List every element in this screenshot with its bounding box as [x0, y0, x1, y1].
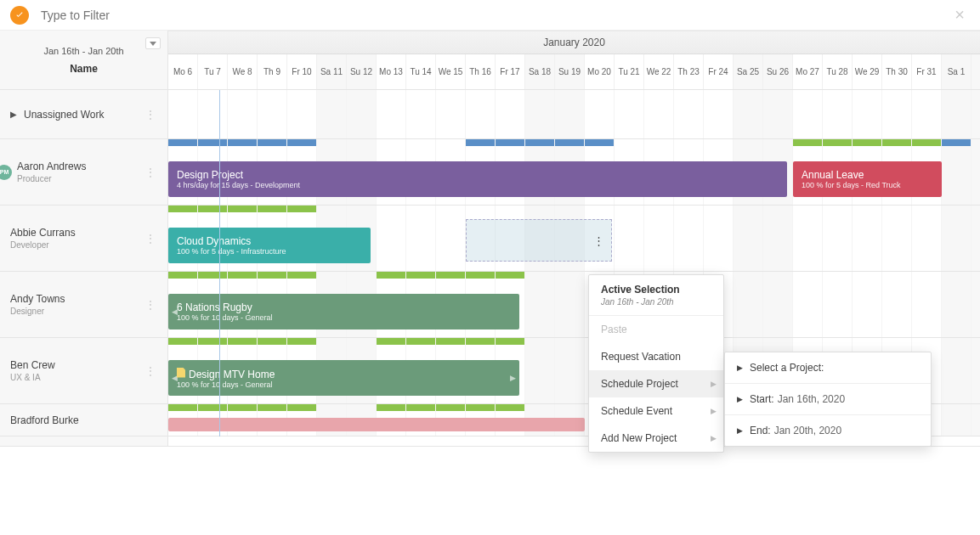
note-icon	[177, 368, 185, 378]
row-menu-icon[interactable]: ⋮	[141, 104, 159, 125]
resource-row[interactable]: Ben Crew UX & IA ⋮	[0, 338, 167, 404]
resource-row[interactable]: PM Aaron Andrews Producer ⋮	[0, 139, 167, 206]
context-menu: Active Selection Jan 16th - Jan 20th Pas…	[588, 274, 724, 453]
left-header: Jan 16th - Jan 20th Name	[0, 31, 167, 90]
resource-row[interactable]: Andy Towns Designer ⋮	[0, 272, 167, 338]
day-header-cell: We 15	[436, 54, 466, 89]
menu-item-paste: Paste	[589, 316, 723, 343]
day-header-cell: Su 26	[763, 54, 793, 89]
menu-item-request-vacation[interactable]: Request Vacation	[589, 343, 723, 370]
task-bar-design-project[interactable]: Design Project 4 hrs/day for 15 days - D…	[168, 161, 787, 197]
task-bar-design-mtv-home[interactable]: ◀ Design MTV Home 100 % for 10 days - Ge…	[168, 360, 519, 396]
row-menu-icon[interactable]: ⋮	[141, 295, 159, 315]
resource-row[interactable]: Abbie Currans Developer ⋮	[0, 206, 167, 272]
selection-overlay[interactable]: ⋮	[466, 219, 612, 262]
filter-input[interactable]	[41, 8, 949, 22]
context-menu-header: Active Selection Jan 16th - Jan 20th	[589, 275, 723, 316]
day-header-cell: We 22	[644, 54, 674, 89]
utilization-bar	[168, 206, 316, 212]
day-header-cell: Su 12	[347, 54, 377, 89]
task-bar[interactable]	[168, 418, 585, 431]
day-header-cell: Su	[972, 54, 980, 89]
days-header: Mo 6Tu 7We 8Th 9Fr 10Sa 11Su 12Mo 13Tu 1…	[168, 54, 980, 90]
month-header: January 2020	[168, 31, 980, 54]
timeline-row[interactable]: ◀ 6 Nations Rugby 100 % for 10 days - Ge…	[168, 272, 980, 338]
timeline-row[interactable]: Cloud Dynamics 100 % for 5 days - Infras…	[168, 206, 980, 272]
resource-role: Producer	[17, 174, 141, 183]
task-bar-6-nations-rugby[interactable]: ◀ 6 Nations Rugby 100 % for 10 days - Ge…	[168, 294, 519, 329]
day-header-cell: Th 30	[882, 54, 912, 89]
submenu: ▶ Select a Project: ▶ Start: Jan 16th, 2…	[724, 352, 932, 447]
expand-arrow-icon[interactable]: ▶	[10, 110, 17, 119]
submenu-arrow-icon: ▶	[711, 380, 717, 388]
timeline-row[interactable]	[168, 90, 980, 139]
day-header-cell: Fr 17	[496, 54, 525, 89]
day-header-cell: We 29	[853, 54, 882, 89]
menu-item-schedule-event[interactable]: Schedule Event ▶	[589, 397, 723, 425]
header-dropdown-button[interactable]	[145, 37, 161, 49]
submenu-end-date[interactable]: ▶ End: Jan 20th, 2020	[725, 415, 931, 446]
expand-arrow-icon: ▶	[737, 426, 743, 435]
submenu-start-date[interactable]: ▶ Start: Jan 16th, 2020	[725, 384, 931, 415]
day-header-cell: Tu 14	[406, 54, 436, 89]
resource-row[interactable]: Bradford Burke	[0, 404, 167, 436]
day-header-cell: Tu 7	[198, 54, 228, 89]
submenu-arrow-icon: ▶	[711, 434, 717, 442]
utilization-bar	[168, 404, 524, 411]
resource-name: Ben Crew	[10, 359, 141, 371]
expand-arrow-icon: ▶	[737, 395, 743, 403]
day-header-cell: Mo 20	[585, 54, 615, 89]
day-header-cell: Sa 11	[317, 54, 347, 89]
timeline-row[interactable]: Design Project 4 hrs/day for 15 days - D…	[168, 139, 980, 206]
day-header-cell: Sa 18	[525, 54, 555, 89]
day-header-cell: Tu 21	[615, 54, 644, 89]
topbar: ×	[0, 0, 980, 31]
expand-arrow-icon: ▶	[737, 363, 743, 372]
menu-item-add-new-project[interactable]: Add New Project ▶	[589, 425, 723, 452]
day-header-cell: Su 19	[555, 54, 585, 89]
day-header-cell: Tu 28	[823, 54, 853, 89]
menu-item-schedule-project[interactable]: Schedule Project ▶	[589, 370, 723, 397]
day-header-cell: Mo 27	[793, 54, 823, 89]
day-header-cell: Sa 1	[942, 54, 972, 89]
drag-handle-icon[interactable]: ⋮	[593, 234, 604, 247]
day-header-cell: Mo 6	[168, 54, 198, 89]
row-menu-icon[interactable]: ⋮	[141, 228, 159, 249]
resize-handle-right-icon[interactable]: ▶	[510, 374, 516, 382]
today-indicator	[219, 90, 220, 436]
day-header-cell: Fr 10	[287, 54, 317, 89]
close-icon[interactable]: ×	[949, 5, 970, 25]
day-header-cell: Th 9	[258, 54, 287, 89]
resource-name: Andy Towns	[10, 293, 141, 305]
day-header-cell: We 8	[228, 54, 258, 89]
day-header-cell: Sa 25	[734, 54, 763, 89]
day-header-cell: Th 16	[466, 54, 496, 89]
avatar: PM	[0, 165, 12, 180]
day-header-cell: Fr 31	[912, 54, 942, 89]
submenu-select-project[interactable]: ▶ Select a Project:	[725, 352, 931, 384]
resource-row-unassigned[interactable]: ▶ Unassigned Work ⋮	[0, 90, 167, 139]
row-menu-icon[interactable]: ⋮	[141, 361, 159, 381]
utilization-bar	[793, 139, 941, 146]
row-menu-icon[interactable]: ⋮	[141, 162, 159, 183]
submenu-arrow-icon: ▶	[711, 407, 717, 415]
task-bar-annual-leave[interactable]: Annual Leave 100 % for 5 days - Red Truc…	[793, 161, 942, 197]
resource-name: Aaron Andrews	[17, 160, 141, 172]
day-header-cell: Th 23	[674, 54, 704, 89]
date-range-label: Jan 16th - Jan 20th	[43, 46, 123, 56]
resource-role: UX & IA	[10, 373, 141, 382]
resource-name: Bradford Burke	[10, 414, 159, 426]
day-header-cell: Mo 13	[377, 54, 406, 89]
column-heading: Name	[70, 63, 98, 75]
resource-role: Designer	[10, 307, 141, 316]
resource-role: Developer	[10, 240, 141, 250]
resources-column: Jan 16th - Jan 20th Name ▶ Unassigned Wo…	[0, 31, 168, 446]
utilization-bar	[168, 272, 524, 279]
utilization-bar	[168, 338, 524, 345]
app-logo-icon	[10, 6, 29, 25]
day-header-cell: Fr 24	[704, 54, 734, 89]
resource-name: Abbie Currans	[10, 227, 141, 239]
task-bar-cloud-dynamics[interactable]: Cloud Dynamics 100 % for 5 days - Infras…	[168, 228, 371, 263]
resource-name: Unassigned Work	[24, 109, 141, 121]
